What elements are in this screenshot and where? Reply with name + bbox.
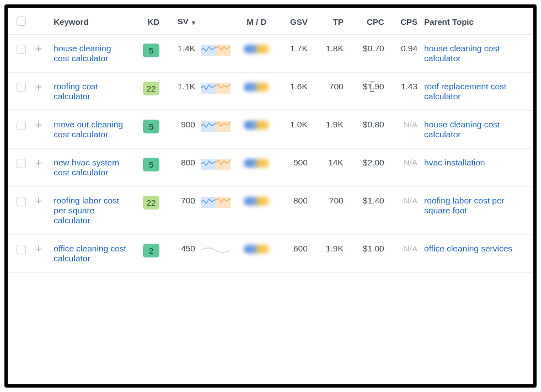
keyword-link[interactable]: office cleaning cost calculator [53, 244, 126, 263]
parent-topic-link[interactable]: roofing labor cost per square foot [424, 196, 505, 215]
kd-badge: 22 [143, 82, 159, 95]
md-blur [238, 149, 275, 187]
header-parent-topic[interactable]: Parent Topic [421, 8, 533, 35]
parent-topic-link[interactable]: roof replacement cost calculator [424, 82, 506, 101]
cps-value: N/A [388, 187, 421, 235]
keyword-table-frame: Keyword KD SV ▾ M / D GSV TP CPC CPS Par… [4, 4, 537, 388]
sv-value: 450 [163, 235, 199, 273]
parent-topic-link[interactable]: office cleaning services [424, 244, 512, 253]
cpc-value: $1.90 [347, 73, 388, 111]
parent-topic-link[interactable]: house cleaning cost calculator [424, 120, 500, 139]
sv-value: 900 [163, 111, 199, 149]
header-tp[interactable]: TP [311, 8, 347, 35]
expand-icon[interactable]: + [35, 196, 42, 207]
header-kd[interactable]: KD [132, 8, 163, 35]
keyword-table: Keyword KD SV ▾ M / D GSV TP CPC CPS Par… [8, 8, 533, 273]
cpc-value: $1.00 [347, 235, 388, 273]
sort-desc-icon: ▾ [192, 19, 195, 26]
keyword-link[interactable]: house cleaning cost calculator [53, 44, 111, 63]
parent-topic-link[interactable]: house cleaning cost calculator [424, 44, 500, 63]
cps-value: N/A [388, 149, 421, 187]
header-select-all[interactable] [8, 8, 32, 35]
gsv-value: 900 [275, 149, 311, 187]
table-header-row: Keyword KD SV ▾ M / D GSV TP CPC CPS Par… [8, 8, 533, 35]
row-checkbox[interactable] [17, 197, 26, 206]
kd-badge: 5 [143, 44, 159, 57]
gsv-value: 800 [275, 187, 311, 235]
keyword-link[interactable]: new hvac system cost calculator [53, 158, 119, 177]
header-keyword[interactable]: Keyword [50, 8, 132, 35]
header-cps[interactable]: CPS [388, 8, 421, 35]
table-row: +office cleaning cost calculator24506001… [8, 235, 533, 273]
table-row: +roofing cost calculator221.1K1.6K700$1.… [8, 73, 533, 111]
tp-value: 700 [311, 73, 347, 111]
cpc-value: $1.40 [347, 187, 388, 235]
checkbox-icon[interactable] [17, 17, 26, 26]
kd-badge: 22 [143, 196, 159, 210]
row-checkbox[interactable] [17, 245, 26, 254]
tp-value: 14K [311, 149, 347, 187]
expand-icon[interactable]: + [35, 44, 42, 55]
row-checkbox[interactable] [17, 45, 26, 54]
expand-icon[interactable]: + [35, 158, 42, 169]
gsv-value: 600 [275, 235, 311, 273]
gsv-value: 1.6K [275, 73, 311, 111]
trend-sparkline [199, 149, 238, 187]
kd-badge: 5 [143, 158, 159, 171]
cpc-value: $2.00 [347, 149, 388, 187]
trend-sparkline [199, 187, 238, 235]
keyword-link[interactable]: move out cleaning cost calculator [53, 120, 123, 139]
tp-value: 1.8K [311, 35, 347, 73]
table-row: +new hvac system cost calculator58009001… [8, 149, 533, 187]
kd-badge: 2 [143, 244, 159, 257]
cps-value: N/A [388, 111, 421, 149]
tp-value: 700 [311, 187, 347, 235]
row-checkbox[interactable] [17, 121, 26, 130]
tp-value: 1.9K [311, 111, 347, 149]
trend-sparkline [199, 73, 238, 111]
expand-icon[interactable]: + [35, 120, 42, 131]
sv-value: 1.4K [163, 35, 199, 73]
row-checkbox[interactable] [17, 83, 26, 92]
header-sv[interactable]: SV ▾ [163, 8, 199, 35]
header-md[interactable]: M / D [238, 8, 275, 35]
cpc-value: $0.70 [347, 35, 388, 73]
gsv-value: 1.7K [275, 35, 311, 73]
md-blur [238, 111, 275, 149]
header-gsv[interactable]: GSV [275, 8, 311, 35]
sv-value: 800 [163, 149, 199, 187]
table-row: +house cleaning cost calculator51.4K1.7K… [8, 35, 533, 73]
table-row: +move out cleaning cost calculator59001.… [8, 111, 533, 149]
expand-icon[interactable]: + [35, 244, 42, 255]
header-sv-label: SV [178, 17, 189, 26]
md-blur [238, 187, 275, 235]
sv-value: 1.1K [163, 73, 199, 111]
keyword-link[interactable]: roofing cost calculator [53, 82, 98, 101]
sv-value: 700 [163, 187, 199, 235]
header-cpc[interactable]: CPC [347, 8, 388, 35]
expand-icon[interactable]: + [35, 82, 42, 93]
trend-sparkline [199, 35, 238, 73]
kd-badge: 5 [143, 120, 159, 133]
table-row: +roofing labor cost per square calculato… [8, 187, 533, 235]
cps-value: N/A [388, 235, 421, 273]
keyword-link[interactable]: roofing labor cost per square calculator [53, 196, 119, 225]
md-blur [238, 35, 275, 73]
trend-sparkline [199, 111, 238, 149]
gsv-value: 1.0K [275, 111, 311, 149]
cps-value: 1.43 [388, 73, 421, 111]
cps-value: 0.94 [388, 35, 421, 73]
trend-sparkline [199, 235, 238, 273]
md-blur [238, 73, 275, 111]
cpc-value: $0.80 [347, 111, 388, 149]
md-blur [238, 235, 275, 273]
tp-value: 1.9K [311, 235, 347, 273]
row-checkbox[interactable] [17, 159, 26, 168]
parent-topic-link[interactable]: hvac installation [424, 158, 485, 167]
